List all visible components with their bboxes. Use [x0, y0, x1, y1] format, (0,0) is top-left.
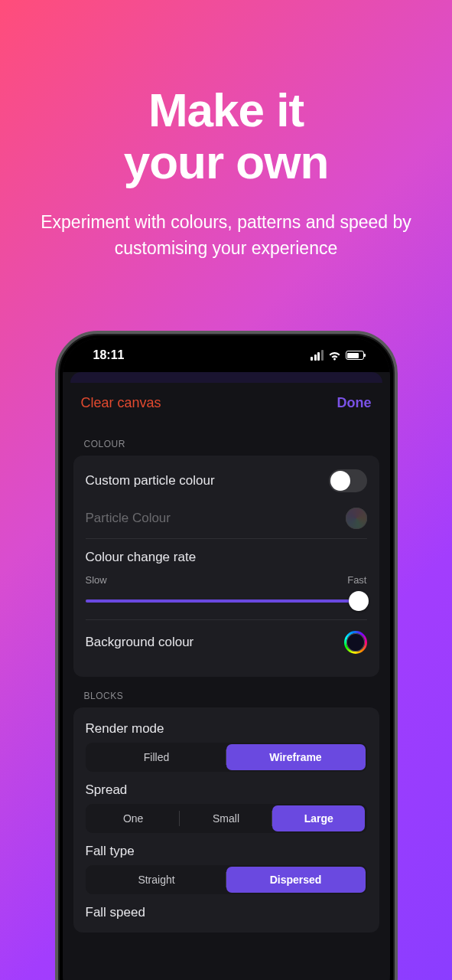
segment-filled[interactable]: Filled: [87, 744, 226, 770]
hero-title: Make it your own: [0, 84, 452, 188]
slider-labels: Slow Fast: [86, 574, 367, 586]
wifi-icon: [328, 351, 341, 361]
label-slow: Slow: [86, 574, 107, 586]
cellular-icon: [311, 350, 324, 361]
hero-title-line1: Make it: [148, 83, 304, 136]
hero: Make it your own Experiment with colours…: [0, 0, 452, 261]
label-particle-colour: Particle Colour: [86, 511, 171, 526]
label-change-rate: Colour change rate: [86, 550, 367, 565]
segment-wireframe[interactable]: Wireframe: [226, 744, 366, 770]
colour-picker-background[interactable]: [344, 631, 367, 654]
label-fast: Fast: [347, 574, 366, 586]
row-change-rate: Colour change rate Slow Fast: [86, 539, 367, 615]
done-button[interactable]: Done: [337, 395, 372, 411]
segment-straight[interactable]: Straight: [87, 867, 226, 893]
row-spread: Spread One Small Large: [86, 772, 367, 833]
colour-picker-particle[interactable]: [346, 508, 367, 529]
segment-dispersed[interactable]: Dispersed: [226, 867, 366, 893]
segment-small[interactable]: Small: [180, 805, 272, 831]
hero-title-line2: your own: [124, 136, 329, 188]
label-background-colour: Background colour: [86, 635, 194, 650]
segment-large[interactable]: Large: [272, 805, 365, 831]
slider-change-rate[interactable]: [86, 590, 367, 612]
sheet-navbar: Clear canvas Done: [63, 383, 390, 417]
row-render-mode: Render mode Filled Wireframe: [86, 710, 367, 772]
settings-content[interactable]: COLOUR Custom particle colour Particle C…: [63, 417, 390, 933]
status-indicators: [311, 350, 364, 361]
hero-subtitle: Experiment with colours, patterns and sp…: [0, 210, 452, 261]
phone-screen: 18:11 Clear canvas Done COLOUR Custom pa…: [63, 338, 390, 980]
section-header-colour: COLOUR: [73, 425, 379, 456]
toggle-custom-particle[interactable]: [329, 469, 367, 492]
blocks-card: Render mode Filled Wireframe Spread One …: [73, 707, 379, 933]
status-time: 18:11: [93, 348, 125, 362]
slider-thumb[interactable]: [349, 591, 369, 611]
sheet-background-peek: [70, 372, 382, 383]
phone-frame: 18:11 Clear canvas Done COLOUR Custom pa…: [55, 331, 398, 980]
segment-one[interactable]: One: [87, 805, 180, 831]
label-fall-type: Fall type: [86, 844, 367, 859]
row-custom-particle: Custom particle colour: [86, 459, 367, 503]
label-custom-particle: Custom particle colour: [86, 473, 215, 488]
section-header-blocks: BLOCKS: [73, 677, 379, 707]
row-fall-type: Fall type Straight Dispersed: [86, 833, 367, 894]
row-fall-speed: Fall speed: [86, 894, 367, 920]
row-particle-colour[interactable]: Particle Colour: [86, 503, 367, 538]
label-fall-speed: Fall speed: [86, 905, 367, 920]
row-background-colour[interactable]: Background colour: [86, 620, 367, 665]
label-render-mode: Render mode: [86, 721, 367, 737]
label-spread: Spread: [86, 782, 367, 798]
colour-card: Custom particle colour Particle Colour C…: [73, 456, 379, 677]
segmented-spread: One Small Large: [86, 804, 367, 833]
clear-canvas-button[interactable]: Clear canvas: [81, 395, 161, 411]
battery-icon: [346, 351, 364, 360]
status-bar: 18:11: [63, 338, 390, 372]
segmented-fall-type: Straight Dispersed: [86, 865, 367, 894]
segmented-render-mode: Filled Wireframe: [86, 743, 367, 772]
